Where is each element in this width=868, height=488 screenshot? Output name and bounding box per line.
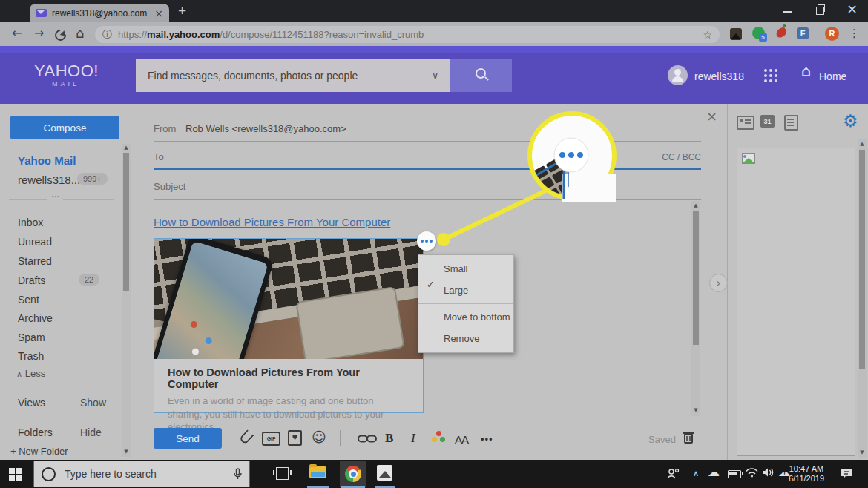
- onedrive-cloud-icon[interactable]: ☁: [708, 466, 720, 478]
- rail-scrollbar-thumb[interactable]: [859, 150, 865, 369]
- speaker-icon[interactable]: [762, 467, 774, 478]
- photos-app-icon[interactable]: [377, 465, 392, 481]
- italic-icon[interactable]: I: [411, 431, 415, 446]
- cortana-icon: [42, 467, 56, 481]
- gif-icon[interactable]: GIF: [262, 432, 280, 446]
- scroll-down-icon[interactable]: ▼: [858, 450, 867, 455]
- battery-icon[interactable]: [728, 470, 741, 478]
- microphone-icon[interactable]: [234, 468, 242, 481]
- collapse-panel-chevron[interactable]: ›: [709, 274, 728, 292]
- people-icon[interactable]: [666, 468, 680, 479]
- screenshot-root: rewells318@yahoo.com - Yahoo × + × ← → ⌂…: [0, 0, 868, 488]
- chrome-icon: [345, 466, 361, 482]
- emoji-icon[interactable]: ☺: [312, 430, 326, 444]
- action-center-icon[interactable]: [840, 468, 853, 479]
- bold-icon[interactable]: B: [385, 431, 393, 446]
- taskbar-search-input[interactable]: Type here to search: [33, 461, 250, 487]
- wifi-icon[interactable]: [746, 468, 758, 478]
- scroll-up-icon[interactable]: ▲: [858, 142, 867, 147]
- compose-scrollbar-thumb[interactable]: [693, 211, 699, 345]
- calendar-icon[interactable]: 31: [760, 115, 775, 128]
- file-explorer-icon[interactable]: [309, 466, 326, 478]
- chrome-taskbar-button[interactable]: [340, 461, 366, 487]
- menu-item-remove[interactable]: Remove: [418, 328, 513, 349]
- tray-expand-icon[interactable]: ∧: [693, 469, 699, 478]
- notepad-icon[interactable]: [784, 115, 798, 131]
- start-button[interactable]: [9, 468, 22, 481]
- clock-date: 6/11/2019: [785, 474, 828, 484]
- scroll-down-icon[interactable]: ▼: [691, 408, 700, 413]
- saved-status: Saved: [648, 434, 676, 445]
- more-formatting-icon[interactable]: •••: [481, 434, 493, 445]
- clock-time: 10:47 AM: [785, 464, 828, 474]
- contacts-icon[interactable]: [737, 116, 754, 130]
- menu-item-move-to-bottom[interactable]: Move to bottom: [418, 306, 513, 328]
- menu-divider: [418, 303, 513, 304]
- broken-image-icon: [742, 153, 755, 164]
- check-icon: ✓: [427, 280, 435, 289]
- ad-panel: [737, 148, 855, 456]
- settings-gear-icon[interactable]: ⚙: [843, 113, 858, 130]
- image-options-menu: Small ✓Large Move to bottom Remove: [418, 254, 514, 353]
- toolbar-divider: [340, 430, 341, 446]
- stationery-icon[interactable]: ♥: [288, 430, 302, 446]
- scroll-up-icon[interactable]: ▲: [691, 203, 700, 208]
- color-dots-icon[interactable]: [432, 431, 445, 443]
- taskbar-clock[interactable]: 10:47 AM 6/11/2019: [785, 464, 828, 484]
- menu-item-small[interactable]: Small: [418, 258, 513, 280]
- delete-draft-icon[interactable]: [683, 430, 694, 444]
- send-button[interactable]: Send: [154, 428, 222, 449]
- menu-item-large[interactable]: ✓Large: [418, 280, 513, 301]
- task-view-icon[interactable]: [276, 467, 289, 480]
- font-size-icon[interactable]: AA: [455, 433, 468, 446]
- link-icon[interactable]: [358, 434, 377, 444]
